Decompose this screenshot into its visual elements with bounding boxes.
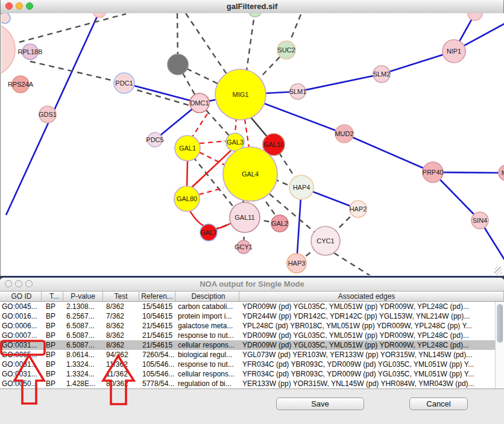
save-button[interactable]: Save [276,398,364,410]
cancel-button[interactable]: Cancel [409,398,468,410]
cell-type: BP [42,340,63,350]
column-header-type[interactable]: T... [42,292,63,301]
node-label-GDS1: GDS1 [39,111,57,118]
cell-description: response to nut... [175,331,239,340]
table-row[interactable]: GO:0006... BP 6.5087... 8/362 21/54615 g… [0,321,504,331]
graph-window: galFiltered.sif RPL18BRPS24AGDS1PDC1DMC1… [0,0,504,276]
node-unlabeled[interactable] [1,22,15,76]
edge-blue[interactable] [124,83,200,103]
node-label-HAP3: HAP3 [288,260,306,267]
cell-go-id: GO:0031... [0,360,42,369]
cell-reference: 10/54615 [139,311,175,321]
noa-table-body: GO:0045... BP 2.1308... 8/362 15/54615 c… [0,302,504,389]
edge-dash[interactable] [30,61,124,83]
column-header-pvalue[interactable]: P-value [63,292,103,301]
node-label-PDC5: PDC5 [146,136,163,143]
graph-window-title: galFiltered.sif [1,2,503,11]
cell-description: response to nut... [175,360,239,369]
edge-dash[interactable] [19,14,126,42]
node-label-SIN4: SIN4 [473,217,487,224]
scrollbar-thumb[interactable] [497,304,503,343]
table-row[interactable]: GO:0031... BP 1.3324... 11/362 105/546..… [0,369,504,379]
column-header-reference[interactable]: Referen... [139,292,175,301]
node-label-GAL4: GAL4 [242,170,259,178]
node-unlabeled[interactable] [93,13,106,17]
cell-test: 8/362 [103,321,139,331]
cell-associated-edges: YER133W (pp) YOR315W, YNL145W (pd) YHR08… [239,379,504,388]
cell-go-id: GO:0016... [0,311,42,321]
node-label-GAL2: GAL2 [271,220,288,227]
noa-window-titlebar[interactable]: NOA output for Single Mode [0,278,504,292]
node-label-SUC2: SUC2 [277,46,295,54]
scrollbar-track[interactable] [495,302,504,388]
graph-window-titlebar[interactable]: galFiltered.sif [1,0,503,14]
edge-reddash[interactable] [192,114,207,137]
node-label-SLM1: SLM1 [289,88,307,95]
node-label-MIG1: MIG1 [233,91,249,98]
cell-test: 8/362 [103,302,139,311]
cell-reference: 21/54615 [139,321,175,331]
node-unlabeled[interactable] [248,13,262,17]
cell-description: protein import i... [175,311,239,321]
cell-associated-edges: YPL248C (pd) YBR018C, YML051W (pp) YDR00… [239,321,504,331]
cell-associated-edges: YDR244W (pp) YDR142C, YDR142C (pp) YGL15… [239,311,504,321]
table-row[interactable]: GO:0050... BP 1.428E... 80/362 5778/54..… [0,379,504,388]
cell-test: 94/362 [103,350,139,360]
column-header-goid[interactable]: GO ID [0,292,42,301]
cell-test: 11/362 [103,369,139,379]
cell-type: BP [42,369,63,379]
column-header-test[interactable]: Test [103,292,139,301]
edge-blue[interactable] [344,134,433,172]
column-header-description[interactable]: Desciption [175,292,239,301]
network-graph: RPL18BRPS24AGDS1PDC1DMC1MIG1SUC2NIP1SLM2… [1,13,504,275]
noa-table-header: GO ID T... P-value Test Referen... Desci… [0,292,504,302]
node-label-PDC1: PDC1 [115,80,133,87]
cell-type: BP [42,311,63,321]
cell-type: BP [42,379,63,388]
node-label-GAL11: GAL11 [235,214,254,221]
node-label-RPS24A: RPS24A [8,81,34,88]
network-canvas[interactable]: RPL18BRPS24AGDS1PDC1DMC1MIG1SUC2NIP1SLM2… [1,13,504,275]
edge-blue[interactable] [298,74,382,92]
table-row[interactable]: GO:0031... BP 6.5087... 8/362 21/54615 c… [0,340,504,350]
cell-test: 8/362 [103,340,139,350]
cell-description: carbon cataboli... [175,302,239,311]
cell-reference: 105/546... [139,360,175,369]
node-label-PRP40: PRP40 [423,169,444,176]
cell-reference: 21/54615 [139,340,175,350]
node-unlabeled[interactable] [168,54,188,75]
cell-test: 7/362 [103,311,139,321]
node-label-GAL7: GAL7 [200,229,217,236]
cell-associated-edges: YFR034C (pd) YBR093C, YDR009W (pd) YGL03… [239,360,504,369]
node-label-GCY1: GCY1 [235,243,253,251]
table-row[interactable]: GO:0065... BP 8.0614... 94/362 7260/54..… [0,350,504,360]
table-row[interactable]: GO:0007... BP 6.5087... 8/362 21/54615 r… [0,331,504,340]
node-label-RPL18B: RPL18B [18,48,43,55]
table-row[interactable]: GO:0016... BP 6.2567... 7/362 10/54615 p… [0,311,504,321]
edge-dash[interactable] [128,87,198,108]
cell-go-id: GO:0007... [0,331,42,340]
node-unlabeled[interactable] [1,13,10,23]
cell-type: BP [42,350,63,360]
column-header-associated-edges[interactable]: Associated edges [239,292,504,301]
cell-p-value: 8.0614... [63,350,103,360]
cell-p-value: 2.1308... [63,302,103,311]
cell-p-value: 1.3324... [63,369,103,379]
table-row[interactable]: GO:0031... BP 1.3324... 11/362 105/546..… [0,360,504,369]
edge-reddash[interactable] [200,152,225,165]
cell-reference: 21/54615 [139,331,175,340]
edge-reddash[interactable] [245,119,249,148]
cell-reference: 7260/54... [139,350,175,360]
cell-reference: 5778/54... [139,379,175,388]
cell-associated-edges: YDR009W (pd) YGL035C, YML051W (pp) YDR00… [239,340,504,350]
edge-reddash[interactable] [200,141,227,143]
table-row[interactable]: GO:0045... BP 2.1308... 8/362 15/54615 c… [0,302,504,311]
edge-dash[interactable] [334,253,371,275]
cell-go-id: GO:0031... [0,340,42,350]
edge-red[interactable] [187,161,187,187]
cell-go-id: GO:0006... [0,321,42,331]
cell-reference: 15/54615 [139,302,175,311]
node-label-NIP1: NIP1 [447,48,461,55]
node-unlabeled[interactable] [468,13,482,20]
resize-grip[interactable] [494,267,502,275]
